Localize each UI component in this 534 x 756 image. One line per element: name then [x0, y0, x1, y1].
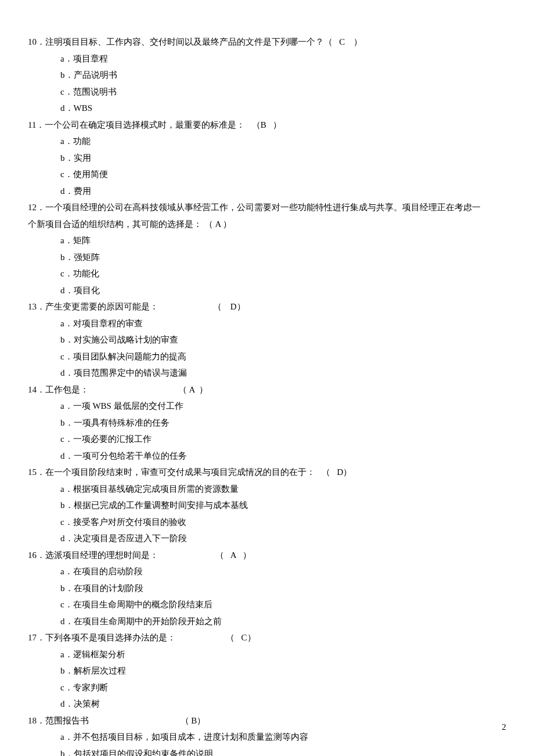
question-13: 13．产生变更需要的原因可能是： （ D） a．对项目章程的审查 b．对实施公司…	[28, 298, 506, 381]
question-10: 10．注明项目目标、工作内容、交付时间以及最终产品的文件是下列哪一个？（ C ）…	[28, 34, 506, 117]
question-11: 11．一个公司在确定项目选择模式时，最重要的标准是： （B ） a．功能 b．实…	[28, 117, 506, 200]
question-number: 13．	[28, 302, 45, 311]
option-a: a．根据项目基线确定完成项目所需的资源数量	[60, 481, 506, 498]
question-stem: 10．注明项目目标、工作内容、交付时间以及最终产品的文件是下列哪一个？（ C ）	[28, 34, 506, 51]
option-c: c．使用简便	[60, 166, 506, 183]
options: a．在项目的启动阶段 b．在项目的计划阶段 c．在项目生命周期中的概念阶段结束后…	[28, 563, 506, 629]
option-b: b．产品说明书	[60, 67, 506, 84]
option-d: d．WBS	[60, 100, 506, 117]
question-number: 14．	[28, 385, 45, 394]
question-answer: （ D）	[315, 467, 352, 477]
question-16: 16．选派项目经理的理想时间是： （ A ） a．在项目的启动阶段 b．在项目的…	[28, 547, 506, 630]
options: a．项目章程 b．产品说明书 c．范围说明书 d．WBS	[28, 51, 506, 117]
option-a: a．在项目的启动阶段	[60, 563, 506, 580]
question-text-cont: 个新项目合适的组织结构，其可能的选择是：	[28, 219, 202, 229]
question-12: 12．一个项目经理的公司在高科技领域从事经营工作，公司需要对一些功能特性进行集成…	[28, 199, 506, 298]
question-text: 注明项目目标、工作内容、交付时间以及最终产品的文件是下列哪一个？	[45, 37, 324, 46]
question-answer: （ D）	[158, 302, 246, 311]
option-c: c．一项必要的汇报工作	[60, 431, 506, 448]
question-stem: 11．一个公司在确定项目选择模式时，最重要的标准是： （B ）	[28, 117, 506, 134]
question-number: 16．	[28, 550, 45, 560]
page-number: 2	[502, 719, 507, 736]
options: a．并不包括项目目标，如项目成本，进度计划和质量监测等内容 b．包括对项目的假设…	[28, 729, 506, 756]
option-d: d．项目化	[60, 282, 506, 299]
option-b: b．根据已完成的工作量调整时间安排与成本基线	[60, 497, 506, 514]
option-d: d．一项可分包给若干单位的任务	[60, 448, 506, 465]
question-text: 一个公司在确定项目选择模式时，最重要的标准是：	[45, 120, 245, 129]
question-answer: （ B）	[89, 716, 205, 725]
option-b: b．一项具有特殊标准的任务	[60, 415, 506, 431]
question-text: 产生变更需要的原因可能是：	[45, 302, 158, 311]
question-text: 选派项目经理的理想时间是：	[45, 550, 158, 560]
option-a: a．逻辑框架分析	[60, 646, 506, 663]
options: a．逻辑框架分析 b．解析层次过程 c．专家判断 d．决策树	[28, 646, 506, 712]
question-14: 14．工作包是： （ A ） a．一项 WBS 最低层的交付工作 b．一项具有特…	[28, 381, 506, 465]
options: a．一项 WBS 最低层的交付工作 b．一项具有特殊标准的任务 c．一项必要的汇…	[28, 398, 506, 464]
options: a．对项目章程的审查 b．对实施公司战略计划的审查 c．项目团队解决问题能力的提…	[28, 315, 506, 381]
question-answer: （ C）	[176, 633, 256, 642]
option-d: d．项目范围界定中的错误与遗漏	[60, 365, 506, 381]
question-number: 12．	[28, 203, 45, 212]
question-stem-line2: 个新项目合适的组织结构，其可能的选择是： （ A ）	[28, 216, 506, 233]
options: a．功能 b．实用 c．使用简便 d．费用	[28, 133, 506, 199]
question-stem: 16．选派项目经理的理想时间是： （ A ）	[28, 547, 506, 564]
question-number: 18．	[28, 716, 45, 725]
option-d: d．决策树	[60, 696, 506, 712]
question-15: 15．在一个项目阶段结束时，审查可交付成果与项目完成情况的目的在于： （ D） …	[28, 464, 506, 547]
options: a．矩阵 b．强矩阵 c．功能化 d．项目化	[28, 232, 506, 298]
question-answer: （ A ）	[158, 550, 251, 560]
question-answer: （ C ）	[324, 37, 362, 46]
option-a: a．矩阵	[60, 232, 506, 249]
options: a．根据项目基线确定完成项目所需的资源数量 b．根据已完成的工作量调整时间安排与…	[28, 481, 506, 547]
option-c: c．项目团队解决问题能力的提高	[60, 348, 506, 365]
question-stem: 15．在一个项目阶段结束时，审查可交付成果与项目完成情况的目的在于： （ D）	[28, 464, 506, 481]
option-d: d．决定项目是否应进入下一阶段	[60, 530, 506, 547]
option-c: c．接受客户对所交付项目的验收	[60, 514, 506, 531]
question-number: 17．	[28, 633, 45, 642]
option-b: b．在项目的计划阶段	[60, 580, 506, 597]
question-text: 工作包是：	[45, 385, 89, 394]
option-d: d．费用	[60, 183, 506, 200]
option-c: c．在项目生命周期中的概念阶段结束后	[60, 596, 506, 613]
question-stem: 14．工作包是： （ A ）	[28, 381, 506, 398]
question-stem-line1: 12．一个项目经理的公司在高科技领域从事经营工作，公司需要对一些功能特性进行集成…	[28, 199, 506, 216]
option-a: a．并不包括项目目标，如项目成本，进度计划和质量监测等内容	[60, 729, 506, 746]
option-b: b．实用	[60, 150, 506, 167]
question-number: 10．	[28, 37, 45, 46]
question-answer: （ A ）	[89, 385, 208, 394]
question-stem: 17．下列各项不是项目选择办法的是： （ C）	[28, 629, 506, 646]
question-text: 下列各项不是项目选择办法的是：	[45, 633, 176, 642]
option-a: a．项目章程	[60, 51, 506, 67]
question-number: 15．	[28, 467, 45, 477]
question-answer: （ A ）	[202, 219, 232, 229]
option-a: a．一项 WBS 最低层的交付工作	[60, 398, 506, 415]
option-d: d．在项目生命周期中的开始阶段开始之前	[60, 613, 506, 630]
question-text: 范围报告书	[45, 716, 89, 725]
question-text: 一个项目经理的公司在高科技领域从事经营工作，公司需要对一些功能特性进行集成与共享…	[45, 203, 481, 212]
option-b: b．强矩阵	[60, 249, 506, 266]
question-stem: 18．范围报告书 （ B）	[28, 712, 506, 729]
option-c: c．范围说明书	[60, 84, 506, 100]
question-answer: （B ）	[245, 120, 282, 129]
option-b: b．对实施公司战略计划的审查	[60, 332, 506, 348]
option-a: a．功能	[60, 133, 506, 150]
question-stem: 13．产生变更需要的原因可能是： （ D）	[28, 298, 506, 315]
option-c: c．功能化	[60, 265, 506, 282]
question-18: 18．范围报告书 （ B） a．并不包括项目目标，如项目成本，进度计划和质量监测…	[28, 712, 506, 757]
question-text: 在一个项目阶段结束时，审查可交付成果与项目完成情况的目的在于：	[45, 467, 315, 477]
option-b: b．解析层次过程	[60, 663, 506, 679]
question-number: 11．	[28, 120, 45, 129]
document-content: 10．注明项目目标、工作内容、交付时间以及最终产品的文件是下列哪一个？（ C ）…	[28, 34, 506, 756]
option-a: a．对项目章程的审查	[60, 315, 506, 332]
option-c: c．专家判断	[60, 679, 506, 696]
question-17: 17．下列各项不是项目选择办法的是： （ C） a．逻辑框架分析 b．解析层次过…	[28, 629, 506, 712]
option-b: b．包括对项目的假设和约束条件的说明	[60, 746, 506, 757]
